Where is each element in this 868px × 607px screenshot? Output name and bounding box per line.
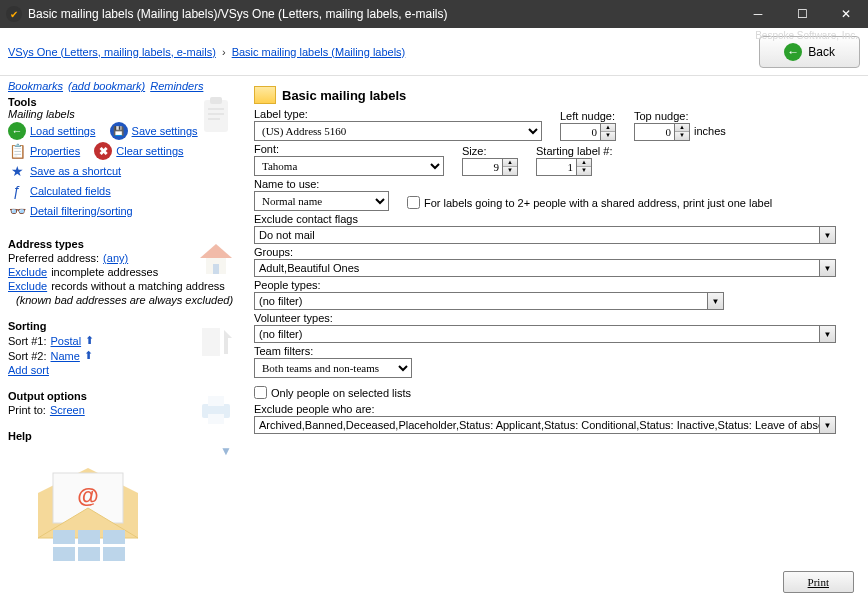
pref-addr-value[interactable]: (any) xyxy=(103,252,128,264)
groups-label: Groups: xyxy=(254,246,858,258)
excludepeople-dropdown-button[interactable]: ▼ xyxy=(820,416,836,434)
address-note: (known bad addresses are always excluded… xyxy=(16,294,240,306)
envelope-art: @ xyxy=(8,448,168,568)
clear-icon: ✖ xyxy=(94,142,112,160)
binoculars-icon: 👓 xyxy=(8,202,26,220)
svg-rect-3 xyxy=(208,113,224,115)
selectedlists-checkbox[interactable] xyxy=(254,386,267,399)
leftnudge-down[interactable]: ▼ xyxy=(601,132,615,140)
topnudge-input[interactable] xyxy=(634,123,674,141)
load-settings-link[interactable]: Load settings xyxy=(30,125,95,137)
window-title: Basic mailing labels (Mailing labels)/VS… xyxy=(28,7,736,21)
size-down[interactable]: ▼ xyxy=(503,167,517,175)
leftnudge-input[interactable] xyxy=(560,123,600,141)
peopletypes-dropdown-button[interactable]: ▼ xyxy=(708,292,724,310)
clipboard-icon xyxy=(196,96,236,136)
excludeflags-label: Exclude contact flags xyxy=(254,213,858,225)
svg-rect-4 xyxy=(208,118,220,120)
titlebar: ✔ Basic mailing labels (Mailing labels)/… xyxy=(0,0,868,28)
maximize-button[interactable]: ☐ xyxy=(780,0,824,28)
printer-icon xyxy=(196,390,236,430)
sharedaddr-checkbox[interactable] xyxy=(407,196,420,209)
exclude-incomplete-link[interactable]: Exclude xyxy=(8,266,47,278)
sort1-arrow-icon[interactable]: ⬆ xyxy=(85,334,94,347)
topnudge-up[interactable]: ▲ xyxy=(675,124,689,132)
svg-rect-18 xyxy=(53,530,75,544)
minimize-button[interactable]: ─ xyxy=(736,0,780,28)
print-button[interactable]: Print xyxy=(783,571,854,593)
excludeflags-dropdown-button[interactable]: ▼ xyxy=(820,226,836,244)
properties-link[interactable]: Properties xyxy=(30,145,80,157)
voltypes-dropdown-button[interactable]: ▼ xyxy=(820,325,836,343)
main-panel: Basic mailing labels Label type: (US) Ad… xyxy=(248,82,868,607)
back-arrow-icon: ← xyxy=(784,43,802,61)
clear-settings-link[interactable]: Clear settings xyxy=(116,145,183,157)
printto-value[interactable]: Screen xyxy=(50,404,85,416)
help-title: Help xyxy=(8,430,240,442)
save-shortcut-link[interactable]: Save as a shortcut xyxy=(30,165,121,177)
svg-rect-23 xyxy=(103,547,125,561)
peopletypes-label: People types: xyxy=(254,279,858,291)
filter-sort-link[interactable]: Detail filtering/sorting xyxy=(30,205,133,217)
print-label: Print xyxy=(808,576,829,588)
leftnudge-label: Left nudge: xyxy=(560,110,616,122)
size-label: Size: xyxy=(462,145,518,157)
svg-rect-20 xyxy=(103,530,125,544)
brand-label: Bespoke Software, Inc. xyxy=(755,30,858,41)
load-icon: ← xyxy=(8,122,26,140)
svg-rect-13 xyxy=(208,414,224,424)
sharedaddr-label: For labels going to 2+ people with a sha… xyxy=(424,197,772,209)
incomplete-text: incomplete addresses xyxy=(51,266,158,278)
size-input[interactable] xyxy=(462,158,502,176)
voltypes-value[interactable]: (no filter) xyxy=(254,325,820,343)
svg-rect-12 xyxy=(208,396,224,406)
svg-rect-8 xyxy=(202,328,220,356)
printto-label: Print to: xyxy=(8,404,46,416)
leftnudge-up[interactable]: ▲ xyxy=(601,124,615,132)
starting-down[interactable]: ▼ xyxy=(577,167,591,175)
starting-label: Starting label #: xyxy=(536,145,612,157)
sort2-value[interactable]: Name xyxy=(51,350,80,362)
svg-rect-10 xyxy=(224,338,228,354)
voltypes-label: Volunteer types: xyxy=(254,312,858,324)
svg-rect-0 xyxy=(204,100,228,132)
topnudge-down[interactable]: ▼ xyxy=(675,132,689,140)
groups-value[interactable]: Adult,Beautiful Ones xyxy=(254,259,820,277)
labeltype-select[interactable]: (US) Address 5160 xyxy=(254,121,542,141)
font-select[interactable]: Tahoma xyxy=(254,156,444,176)
font-label: Font: xyxy=(254,143,444,155)
pref-addr-label: Preferred address: xyxy=(8,252,99,264)
sort2-arrow-icon[interactable]: ⬆ xyxy=(84,349,93,362)
save-settings-link[interactable]: Save settings xyxy=(132,125,198,137)
peopletypes-value[interactable]: (no filter) xyxy=(254,292,708,310)
excludepeople-value[interactable]: Archived,Banned,Deceased,Placeholder,Sta… xyxy=(254,416,820,434)
size-up[interactable]: ▲ xyxy=(503,159,517,167)
svg-rect-1 xyxy=(210,97,222,104)
sidebar: Tools Mailing labels ← Load settings 💾 S… xyxy=(0,82,248,607)
breadcrumb-root[interactable]: VSys One (Letters, mailing labels, e-mai… xyxy=(8,46,216,58)
app-icon: ✔ xyxy=(6,6,22,22)
breadcrumb-current[interactable]: Basic mailing labels (Mailing labels) xyxy=(232,46,406,58)
topnudge-unit: inches xyxy=(694,125,726,139)
add-sort-link[interactable]: Add sort xyxy=(8,364,49,376)
sort1-value[interactable]: Postal xyxy=(51,335,82,347)
nametouse-select[interactable]: Normal name xyxy=(254,191,389,211)
starting-input[interactable] xyxy=(536,158,576,176)
svg-text:@: @ xyxy=(77,483,98,508)
house-icon xyxy=(196,238,236,278)
exclude-nomatch-link[interactable]: Exclude xyxy=(8,280,47,292)
sort2-label: Sort #2: xyxy=(8,350,47,362)
close-button[interactable]: ✕ xyxy=(824,0,868,28)
sort1-label: Sort #1: xyxy=(8,335,47,347)
sort-icon xyxy=(196,320,236,360)
help-chevron-icon[interactable]: ▼ xyxy=(220,444,232,458)
save-icon: 💾 xyxy=(110,122,128,140)
svg-marker-5 xyxy=(200,244,232,258)
calc-fields-link[interactable]: Calculated fields xyxy=(30,185,111,197)
svg-rect-19 xyxy=(78,530,100,544)
teamfilters-select[interactable]: Both teams and non-teams xyxy=(254,358,412,378)
excludeflags-value[interactable]: Do not mail xyxy=(254,226,820,244)
svg-rect-22 xyxy=(78,547,100,561)
groups-dropdown-button[interactable]: ▼ xyxy=(820,259,836,277)
starting-up[interactable]: ▲ xyxy=(577,159,591,167)
